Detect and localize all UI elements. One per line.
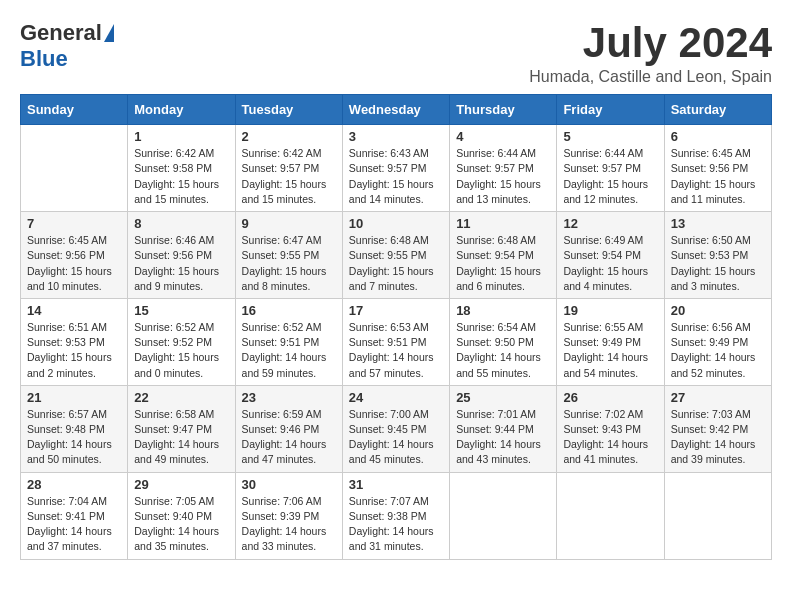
day-info: Sunrise: 6:58 AMSunset: 9:47 PMDaylight:… [134, 407, 228, 468]
calendar-cell: 31Sunrise: 7:07 AMSunset: 9:38 PMDayligh… [342, 472, 449, 559]
calendar-cell: 7Sunrise: 6:45 AMSunset: 9:56 PMDaylight… [21, 212, 128, 299]
day-number: 5 [563, 129, 657, 144]
calendar-cell [664, 472, 771, 559]
calendar-week-row: 28Sunrise: 7:04 AMSunset: 9:41 PMDayligh… [21, 472, 772, 559]
day-info: Sunrise: 7:07 AMSunset: 9:38 PMDaylight:… [349, 494, 443, 555]
day-info: Sunrise: 7:01 AMSunset: 9:44 PMDaylight:… [456, 407, 550, 468]
day-info: Sunrise: 6:45 AMSunset: 9:56 PMDaylight:… [27, 233, 121, 294]
calendar-cell: 28Sunrise: 7:04 AMSunset: 9:41 PMDayligh… [21, 472, 128, 559]
weekday-header-monday: Monday [128, 95, 235, 125]
day-info: Sunrise: 6:45 AMSunset: 9:56 PMDaylight:… [671, 146, 765, 207]
day-info: Sunrise: 6:51 AMSunset: 9:53 PMDaylight:… [27, 320, 121, 381]
weekday-header-thursday: Thursday [450, 95, 557, 125]
calendar-cell: 27Sunrise: 7:03 AMSunset: 9:42 PMDayligh… [664, 385, 771, 472]
day-number: 26 [563, 390, 657, 405]
month-title: July 2024 [529, 20, 772, 66]
day-number: 19 [563, 303, 657, 318]
calendar-week-row: 7Sunrise: 6:45 AMSunset: 9:56 PMDaylight… [21, 212, 772, 299]
day-info: Sunrise: 6:44 AMSunset: 9:57 PMDaylight:… [456, 146, 550, 207]
calendar-cell: 19Sunrise: 6:55 AMSunset: 9:49 PMDayligh… [557, 298, 664, 385]
logo-general-text: General [20, 20, 102, 46]
calendar-week-row: 21Sunrise: 6:57 AMSunset: 9:48 PMDayligh… [21, 385, 772, 472]
calendar-cell [557, 472, 664, 559]
day-number: 21 [27, 390, 121, 405]
calendar-cell: 24Sunrise: 7:00 AMSunset: 9:45 PMDayligh… [342, 385, 449, 472]
calendar-cell: 15Sunrise: 6:52 AMSunset: 9:52 PMDayligh… [128, 298, 235, 385]
calendar-cell: 23Sunrise: 6:59 AMSunset: 9:46 PMDayligh… [235, 385, 342, 472]
day-info: Sunrise: 6:53 AMSunset: 9:51 PMDaylight:… [349, 320, 443, 381]
day-info: Sunrise: 6:50 AMSunset: 9:53 PMDaylight:… [671, 233, 765, 294]
calendar-week-row: 1Sunrise: 6:42 AMSunset: 9:58 PMDaylight… [21, 125, 772, 212]
day-info: Sunrise: 6:52 AMSunset: 9:51 PMDaylight:… [242, 320, 336, 381]
day-info: Sunrise: 6:47 AMSunset: 9:55 PMDaylight:… [242, 233, 336, 294]
day-info: Sunrise: 7:06 AMSunset: 9:39 PMDaylight:… [242, 494, 336, 555]
day-number: 20 [671, 303, 765, 318]
day-number: 30 [242, 477, 336, 492]
calendar-cell: 18Sunrise: 6:54 AMSunset: 9:50 PMDayligh… [450, 298, 557, 385]
logo-blue-text: Blue [20, 46, 68, 72]
day-number: 31 [349, 477, 443, 492]
calendar-cell: 29Sunrise: 7:05 AMSunset: 9:40 PMDayligh… [128, 472, 235, 559]
day-number: 23 [242, 390, 336, 405]
calendar-cell: 5Sunrise: 6:44 AMSunset: 9:57 PMDaylight… [557, 125, 664, 212]
day-number: 7 [27, 216, 121, 231]
day-number: 3 [349, 129, 443, 144]
day-info: Sunrise: 7:04 AMSunset: 9:41 PMDaylight:… [27, 494, 121, 555]
day-number: 29 [134, 477, 228, 492]
calendar-table: SundayMondayTuesdayWednesdayThursdayFrid… [20, 94, 772, 559]
calendar-cell: 1Sunrise: 6:42 AMSunset: 9:58 PMDaylight… [128, 125, 235, 212]
day-info: Sunrise: 6:57 AMSunset: 9:48 PMDaylight:… [27, 407, 121, 468]
page-header: General Blue July 2024 Humada, Castille … [20, 20, 772, 86]
logo-triangle-icon [104, 24, 114, 42]
location-label: Humada, Castille and Leon, Spain [529, 68, 772, 86]
day-number: 25 [456, 390, 550, 405]
calendar-cell: 17Sunrise: 6:53 AMSunset: 9:51 PMDayligh… [342, 298, 449, 385]
day-info: Sunrise: 7:00 AMSunset: 9:45 PMDaylight:… [349, 407, 443, 468]
weekday-header-sunday: Sunday [21, 95, 128, 125]
weekday-header-row: SundayMondayTuesdayWednesdayThursdayFrid… [21, 95, 772, 125]
calendar-cell: 30Sunrise: 7:06 AMSunset: 9:39 PMDayligh… [235, 472, 342, 559]
calendar-cell: 22Sunrise: 6:58 AMSunset: 9:47 PMDayligh… [128, 385, 235, 472]
weekday-header-tuesday: Tuesday [235, 95, 342, 125]
title-section: July 2024 Humada, Castille and Leon, Spa… [529, 20, 772, 86]
calendar-cell: 11Sunrise: 6:48 AMSunset: 9:54 PMDayligh… [450, 212, 557, 299]
day-number: 18 [456, 303, 550, 318]
day-info: Sunrise: 6:42 AMSunset: 9:58 PMDaylight:… [134, 146, 228, 207]
day-info: Sunrise: 6:42 AMSunset: 9:57 PMDaylight:… [242, 146, 336, 207]
day-info: Sunrise: 6:46 AMSunset: 9:56 PMDaylight:… [134, 233, 228, 294]
day-info: Sunrise: 6:48 AMSunset: 9:54 PMDaylight:… [456, 233, 550, 294]
day-info: Sunrise: 6:44 AMSunset: 9:57 PMDaylight:… [563, 146, 657, 207]
calendar-cell: 10Sunrise: 6:48 AMSunset: 9:55 PMDayligh… [342, 212, 449, 299]
weekday-header-saturday: Saturday [664, 95, 771, 125]
calendar-cell: 4Sunrise: 6:44 AMSunset: 9:57 PMDaylight… [450, 125, 557, 212]
calendar-cell: 20Sunrise: 6:56 AMSunset: 9:49 PMDayligh… [664, 298, 771, 385]
calendar-cell: 13Sunrise: 6:50 AMSunset: 9:53 PMDayligh… [664, 212, 771, 299]
day-number: 14 [27, 303, 121, 318]
weekday-header-friday: Friday [557, 95, 664, 125]
calendar-cell: 26Sunrise: 7:02 AMSunset: 9:43 PMDayligh… [557, 385, 664, 472]
day-info: Sunrise: 6:55 AMSunset: 9:49 PMDaylight:… [563, 320, 657, 381]
calendar-cell: 21Sunrise: 6:57 AMSunset: 9:48 PMDayligh… [21, 385, 128, 472]
calendar-cell [21, 125, 128, 212]
day-number: 16 [242, 303, 336, 318]
day-number: 12 [563, 216, 657, 231]
day-info: Sunrise: 6:48 AMSunset: 9:55 PMDaylight:… [349, 233, 443, 294]
day-number: 13 [671, 216, 765, 231]
calendar-cell [450, 472, 557, 559]
day-info: Sunrise: 6:56 AMSunset: 9:49 PMDaylight:… [671, 320, 765, 381]
weekday-header-wednesday: Wednesday [342, 95, 449, 125]
day-number: 4 [456, 129, 550, 144]
calendar-cell: 6Sunrise: 6:45 AMSunset: 9:56 PMDaylight… [664, 125, 771, 212]
day-number: 28 [27, 477, 121, 492]
day-info: Sunrise: 7:03 AMSunset: 9:42 PMDaylight:… [671, 407, 765, 468]
day-info: Sunrise: 6:43 AMSunset: 9:57 PMDaylight:… [349, 146, 443, 207]
day-number: 11 [456, 216, 550, 231]
calendar-cell: 3Sunrise: 6:43 AMSunset: 9:57 PMDaylight… [342, 125, 449, 212]
day-number: 8 [134, 216, 228, 231]
day-info: Sunrise: 6:49 AMSunset: 9:54 PMDaylight:… [563, 233, 657, 294]
day-number: 10 [349, 216, 443, 231]
day-number: 24 [349, 390, 443, 405]
calendar-cell: 25Sunrise: 7:01 AMSunset: 9:44 PMDayligh… [450, 385, 557, 472]
calendar-week-row: 14Sunrise: 6:51 AMSunset: 9:53 PMDayligh… [21, 298, 772, 385]
day-number: 1 [134, 129, 228, 144]
